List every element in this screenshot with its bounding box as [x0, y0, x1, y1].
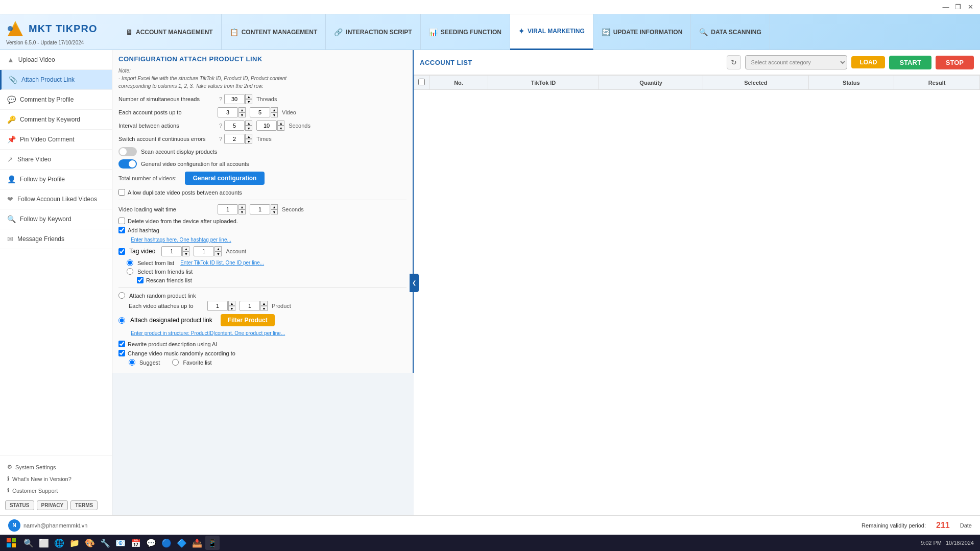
sidebar-item-follow-account-liked[interactable]: ❤ Follow Accooun Liked Videos	[0, 189, 112, 209]
interval-val1-input[interactable]	[224, 121, 245, 131]
switch-help-icon[interactable]: ?	[219, 136, 222, 142]
tab-interaction-script[interactable]: 🔗 INTERACTION SCRIPT	[326, 14, 420, 50]
taskbar-taskview-icon[interactable]: ⬜	[37, 536, 51, 550]
interval-val1-down[interactable]: ▼	[245, 126, 252, 131]
sidebar-item-message-friends[interactable]: ✉ Message Friends	[0, 229, 112, 249]
taskbar-explorer-icon[interactable]: 📁	[67, 536, 82, 550]
close-button[interactable]: ✕	[965, 2, 976, 13]
interval-val1-up[interactable]: ▲	[245, 121, 252, 126]
attach-designated-radio[interactable]	[118, 317, 125, 324]
video-wait-val1-input[interactable]	[218, 204, 238, 214]
switch-up[interactable]: ▲	[245, 134, 252, 139]
load-button[interactable]: LOAD	[851, 56, 885, 68]
tag-val2-input[interactable]	[194, 246, 214, 256]
taskbar-app6-icon[interactable]: 📥	[190, 536, 204, 550]
video-wait-val1-down[interactable]: ▼	[238, 209, 246, 214]
taskbar-search-icon[interactable]: 🔍	[21, 536, 36, 550]
general-toggle[interactable]	[118, 159, 137, 169]
interval-help-icon[interactable]: ?	[219, 123, 222, 129]
sidebar-item-comment-by-profile[interactable]: 💬 Comment by Profile	[0, 90, 112, 110]
threads-down-arrow[interactable]: ▼	[245, 99, 252, 104]
posts-val2-down[interactable]: ▼	[271, 112, 278, 117]
attaches-val2-input[interactable]	[240, 301, 260, 311]
threads-help-icon[interactable]: ?	[219, 96, 222, 102]
add-hashtag-checkbox[interactable]	[118, 227, 125, 233]
taskbar-app5-icon[interactable]: 🔷	[175, 536, 189, 550]
video-wait-val2-down[interactable]: ▼	[271, 209, 278, 214]
select-from-list-radio[interactable]	[127, 259, 133, 266]
sidebar-item-comment-by-keyword[interactable]: 🔑 Comment by Keyword	[0, 110, 112, 130]
suggest-radio[interactable]	[129, 359, 135, 366]
posts-val2-input[interactable]	[250, 107, 270, 117]
panel-collapse-button[interactable]: ❮	[410, 274, 419, 292]
posts-val1-up[interactable]: ▲	[238, 107, 246, 112]
select-from-friends-radio[interactable]	[127, 268, 133, 275]
tag-val2-up[interactable]: ▲	[214, 246, 222, 251]
system-settings-item[interactable]: ⚙ System Settings	[5, 461, 107, 473]
tag-video-checkbox[interactable]	[118, 248, 125, 255]
tab-viral-marketing[interactable]: ✦ VIRAL MARKETING	[510, 14, 593, 50]
sidebar-item-follow-by-profile[interactable]: 👤 Follow by Profile	[0, 170, 112, 189]
start-button[interactable]: START	[889, 56, 931, 69]
taskbar-app3-icon[interactable]: 📅	[129, 536, 143, 550]
delete-video-checkbox[interactable]	[118, 218, 125, 224]
tab-account-management[interactable]: 🖥 ACCOUNT MANAGEMENT	[117, 14, 222, 50]
posts-val2-up[interactable]: ▲	[271, 107, 278, 112]
taskbar-app4-icon[interactable]: 💬	[144, 536, 158, 550]
select-all-checkbox[interactable]	[418, 79, 425, 85]
attaches-val2-down[interactable]: ▼	[260, 306, 268, 311]
account-category-select[interactable]: Select account category	[745, 55, 847, 69]
sidebar-item-upload-video[interactable]: ▲ Upload Video	[0, 50, 112, 70]
taskbar-paint-icon[interactable]: 🎨	[83, 536, 97, 550]
whats-new-item[interactable]: ℹ What's New in Version?	[5, 473, 107, 485]
interval-val2-up[interactable]: ▲	[277, 121, 284, 126]
general-config-button[interactable]: General configuration	[185, 172, 265, 185]
attaches-val1-input[interactable]	[207, 301, 228, 311]
tag-val2-down[interactable]: ▼	[214, 251, 222, 256]
refresh-button[interactable]: ↻	[727, 55, 741, 69]
restore-button[interactable]: ❐	[952, 2, 964, 13]
privacy-badge-button[interactable]: PRIVACY	[37, 500, 68, 510]
interval-val2-input[interactable]	[256, 121, 277, 131]
customer-support-item[interactable]: ℹ Customer Support	[5, 485, 107, 496]
video-wait-val1-up[interactable]: ▲	[238, 204, 246, 209]
start-menu-button[interactable]	[2, 536, 20, 550]
tiktok-id-link[interactable]: Enter TikTok ID list. One ID per line...	[180, 260, 264, 266]
allow-duplicate-checkbox[interactable]	[118, 189, 125, 196]
minimize-button[interactable]: —	[940, 2, 951, 13]
attaches-val1-up[interactable]: ▲	[228, 301, 235, 306]
threads-input[interactable]	[224, 94, 245, 104]
video-wait-val2-up[interactable]: ▲	[271, 204, 278, 209]
posts-val1-input[interactable]	[218, 107, 238, 117]
taskbar-chrome-icon[interactable]: 🔵	[159, 536, 174, 550]
sidebar-item-attach-product-link[interactable]: 📎 Attach Product Link	[0, 70, 112, 90]
taskbar-tikpro-icon[interactable]: 📱	[205, 536, 220, 550]
posts-val1-down[interactable]: ▼	[238, 112, 246, 117]
switch-input[interactable]	[224, 134, 245, 144]
attach-random-radio[interactable]	[118, 292, 125, 299]
status-badge-button[interactable]: STATUS	[5, 500, 34, 510]
rewrite-checkbox[interactable]	[118, 341, 125, 347]
product-link[interactable]: Enter product in structure: ProductID|co…	[131, 330, 285, 336]
threads-up-arrow[interactable]: ▲	[245, 94, 252, 99]
favorite-list-radio[interactable]	[172, 359, 179, 366]
sidebar-item-share-video[interactable]: ↗ Share Video	[0, 150, 112, 170]
tab-update-information[interactable]: 🔄 UPDATE INFORMATION	[593, 14, 691, 50]
scan-toggle[interactable]	[118, 147, 137, 156]
rescan-checkbox[interactable]	[137, 277, 144, 283]
tag-val1-input[interactable]	[161, 246, 182, 256]
interval-val2-down[interactable]: ▼	[277, 126, 284, 131]
stop-button[interactable]: STOP	[936, 56, 974, 69]
attaches-val2-up[interactable]: ▲	[260, 301, 268, 306]
filter-product-button[interactable]: Filter Product	[221, 314, 275, 326]
tab-data-scanning[interactable]: 🔍 DATA SCANNING	[691, 14, 770, 50]
tag-val1-up[interactable]: ▲	[182, 246, 189, 251]
attaches-val1-down[interactable]: ▼	[228, 306, 235, 311]
terms-badge-button[interactable]: TERMS	[70, 500, 98, 510]
hashtag-link[interactable]: Enter hashtags here. One hashtag per lin…	[131, 237, 231, 243]
switch-down[interactable]: ▼	[245, 139, 252, 144]
video-wait-val2-input[interactable]	[250, 204, 270, 214]
change-music-checkbox[interactable]	[118, 350, 125, 356]
taskbar-edge-icon[interactable]: 🌐	[52, 536, 66, 550]
tab-content-management[interactable]: 📋 CONTENT MANAGEMENT	[222, 14, 326, 50]
